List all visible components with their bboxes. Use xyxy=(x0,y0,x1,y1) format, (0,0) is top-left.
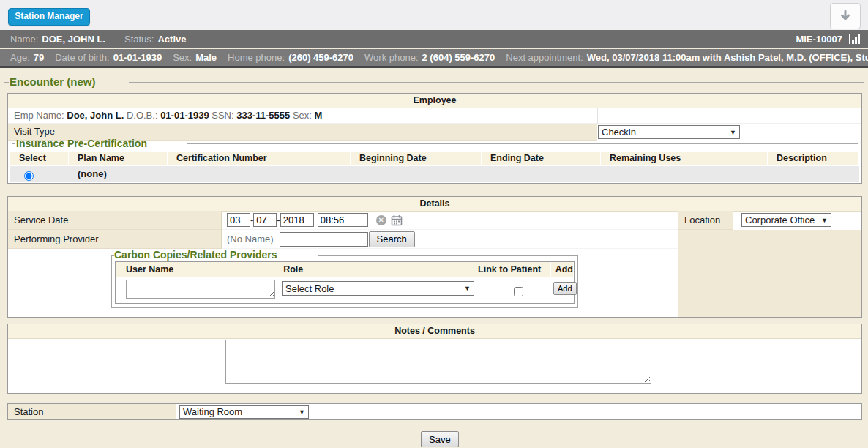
demo-value: Male xyxy=(195,52,217,63)
insurance-precert-table: Select Plan Name Certification Number Be… xyxy=(10,152,859,182)
emp-ssn-value: 333-11-5555 xyxy=(236,110,290,121)
top-toolbar: Station Manager xyxy=(0,0,868,30)
encounter-legend: Encounter (new) xyxy=(10,75,96,88)
insurance-column-description: Description xyxy=(768,152,858,165)
demo-label: Sex: xyxy=(173,52,192,63)
emp-dob-label: D.O.B.: xyxy=(127,110,158,121)
demo-label: Home phone: xyxy=(228,52,285,63)
insurance-column-cert-number: Certification Number xyxy=(168,152,350,165)
demo-value: 79 xyxy=(34,52,44,63)
column-header-add: Add xyxy=(551,262,573,277)
encounter-border xyxy=(4,82,4,448)
emp-sex-label: Sex: xyxy=(293,110,312,121)
emp-name-value: Doe, John L. xyxy=(67,110,124,121)
demo-label: Date of birth: xyxy=(55,52,109,63)
role-selected-value: Select Role xyxy=(285,283,334,294)
service-date-label: Service Date xyxy=(8,211,222,230)
location-selected-value: Corporate Office xyxy=(745,214,815,225)
insurance-column-ending-date: Ending Date xyxy=(482,152,600,165)
insurance-select-radio[interactable] xyxy=(24,171,34,181)
chevron-down-icon: ▼ xyxy=(821,217,828,224)
cell-divider xyxy=(597,108,598,124)
download-icon xyxy=(839,10,852,23)
link-to-patient-checkbox[interactable] xyxy=(514,287,523,296)
insurance-precert-legend: Insurance Pre-Certification xyxy=(16,138,147,149)
demo-label: Next appointment: xyxy=(506,52,583,63)
download-button[interactable] xyxy=(830,3,861,29)
insurance-border xyxy=(12,143,15,144)
insurance-column-remaining-uses: Remaining Uses xyxy=(601,152,767,165)
chevron-down-icon: ▼ xyxy=(464,285,471,292)
insurance-header-row: Select Plan Name Certification Number Be… xyxy=(10,152,859,165)
notes-section: Notes / Comments xyxy=(7,324,862,394)
demo-value: 2 (604) 559-6270 xyxy=(422,52,495,63)
bar-chart-icon[interactable] xyxy=(848,33,862,45)
emp-ssn-label: SSN: xyxy=(212,110,233,121)
chevron-down-icon: ▼ xyxy=(299,408,305,416)
demo-label: Work phone: xyxy=(364,52,418,63)
carbon-copies-header-row: User Name Role Link to Patient Add xyxy=(116,262,574,277)
station-manager-button[interactable]: Station Manager xyxy=(8,8,90,26)
date-year-input[interactable] xyxy=(280,213,314,227)
add-button[interactable]: Add xyxy=(553,282,577,295)
demo-item-next-appointment: Next appointment: Wed, 03/07/2018 11:00a… xyxy=(506,52,868,63)
date-day-input[interactable] xyxy=(253,213,277,227)
encounter-border xyxy=(4,82,9,83)
date-month-input[interactable] xyxy=(227,213,250,227)
station-label: Station xyxy=(8,404,176,419)
demo-item-sex: Sex: Male xyxy=(173,52,217,63)
insurance-column-plan-name: Plan Name xyxy=(69,152,167,165)
patient-header-bar: Name: DOE, JOHN L. Status: Active MIE-10… xyxy=(0,30,868,48)
search-button[interactable]: Search xyxy=(369,231,415,247)
demographics-bar: Age: 79 Date of birth: 01-01-1939 Sex: M… xyxy=(0,49,868,68)
visit-type-selected-value: Checkin xyxy=(602,127,636,138)
encounter-border xyxy=(129,82,864,83)
emp-sex-value: M xyxy=(315,110,323,121)
patient-name-value: DOE, JOHN L. xyxy=(42,34,105,45)
column-header-role: Role xyxy=(280,262,474,277)
demo-item-dob: Date of birth: 01-01-1939 xyxy=(55,52,162,63)
save-button[interactable]: Save xyxy=(421,431,459,447)
location-label: Location xyxy=(678,211,733,230)
patient-name-label: Name: xyxy=(10,34,38,45)
record-id: MIE-10007 xyxy=(796,34,842,45)
notes-textarea[interactable] xyxy=(225,340,651,384)
role-select[interactable]: Select Role ▼ xyxy=(282,281,474,296)
clear-date-icon[interactable]: ✕ xyxy=(376,215,386,225)
provider-search-input[interactable] xyxy=(280,232,368,247)
insurance-border xyxy=(187,143,858,144)
employee-info-row: Emp Name: Doe, John L. D.O.B.: 01-01-193… xyxy=(8,108,861,124)
insurance-column-beginning-date: Beginning Date xyxy=(351,152,481,165)
no-name-text: (No Name) xyxy=(227,234,274,244)
column-header-user-name: User Name xyxy=(116,262,280,277)
details-section-title: Details xyxy=(8,197,861,212)
location-select[interactable]: Corporate Office ▼ xyxy=(741,213,831,227)
performing-provider-label: Performing Provider xyxy=(8,230,222,249)
demo-value: (260) 459-6270 xyxy=(288,52,353,63)
service-date-row: - - ✕ xyxy=(222,211,678,230)
visit-type-select[interactable]: Checkin ▼ xyxy=(598,125,740,139)
insurance-column-select: Select xyxy=(10,152,68,165)
status-value: Active xyxy=(157,34,186,45)
employee-section: Employee Emp Name: Doe, John L. D.O.B.: … xyxy=(7,93,862,184)
demo-item-work-phone: Work phone: 2 (604) 559-6270 xyxy=(364,52,495,63)
status-label: Status: xyxy=(124,34,154,45)
demo-label: Age: xyxy=(10,52,30,63)
station-select[interactable]: Waiting Room ▼ xyxy=(179,405,309,419)
calendar-icon[interactable] xyxy=(391,214,403,226)
emp-dob-value: 01-01-1939 xyxy=(160,110,209,121)
station-selected-value: Waiting Room xyxy=(183,406,242,417)
demo-item-age: Age: 79 xyxy=(10,52,44,63)
performing-provider-row: (No Name) Search xyxy=(222,230,678,249)
insurance-table-row: (none) xyxy=(10,166,859,182)
plan-name-value: (none) xyxy=(78,168,107,179)
notes-section-title: Notes / Comments xyxy=(8,324,861,339)
demo-item-home-phone: Home phone: (260) 459-6270 xyxy=(228,52,353,63)
emp-name-label: Emp Name: xyxy=(14,110,64,121)
user-name-textarea[interactable] xyxy=(126,280,275,299)
column-header-link-to-patient: Link to Patient xyxy=(474,262,550,277)
station-manager-screen: Station Manager Name: DOE, JOHN L. Statu… xyxy=(0,0,868,448)
demo-value: 01-01-1939 xyxy=(113,52,162,63)
time-input[interactable] xyxy=(318,213,368,227)
details-section: Details Service Date - - ✕ Lo xyxy=(7,196,862,318)
